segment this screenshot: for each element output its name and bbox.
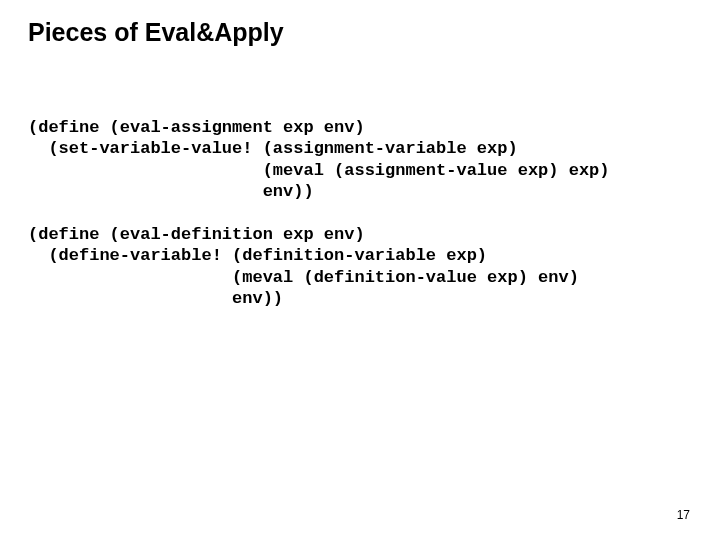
code-block-eval-assignment: (define (eval-assignment exp env) (set-v… (28, 117, 692, 202)
page-number: 17 (677, 508, 690, 522)
slide: Pieces of Eval&Apply (define (eval-assig… (0, 0, 720, 540)
code-block-eval-definition: (define (eval-definition exp env) (defin… (28, 224, 692, 309)
slide-title: Pieces of Eval&Apply (28, 18, 692, 47)
